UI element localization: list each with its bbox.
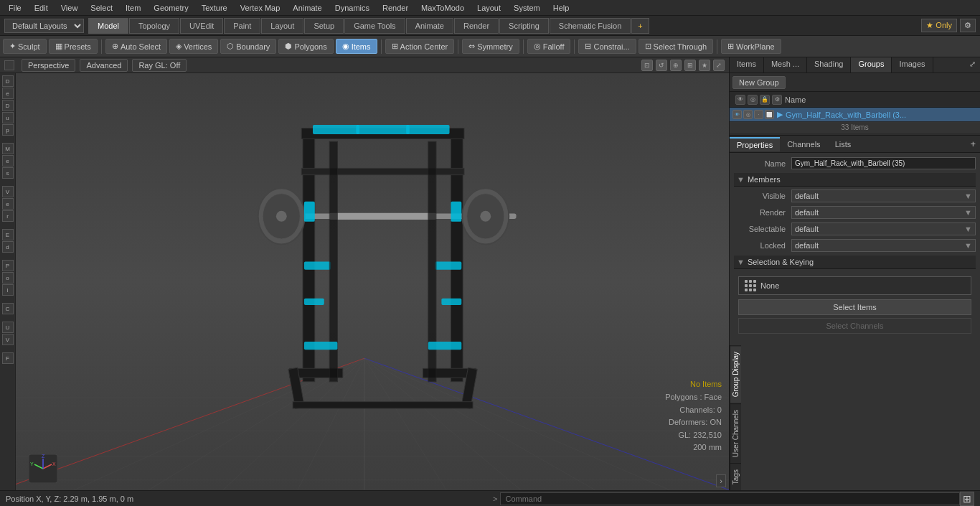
- items-btn[interactable]: ◉ Items: [336, 39, 377, 54]
- vp-tool-8[interactable]: s: [2, 167, 14, 179]
- vp-toggle[interactable]: [4, 60, 14, 70]
- group-dot-icon[interactable]: ·: [754, 110, 763, 119]
- settings-gear-btn[interactable]: ⚙: [960, 19, 976, 32]
- expand-arrow-btn[interactable]: ›: [716, 474, 726, 487]
- vp-tool-14[interactable]: P: [2, 260, 14, 271]
- perspective-btn[interactable]: Perspective: [22, 59, 75, 72]
- presets-btn[interactable]: ▦ Presets: [49, 39, 98, 54]
- vp-tool-13[interactable]: d: [2, 241, 14, 253]
- menu-texture[interactable]: Texture: [196, 2, 233, 14]
- command-input[interactable]: [500, 492, 960, 505]
- vp-tool-16[interactable]: l: [2, 284, 14, 296]
- menu-vertexmap[interactable]: Vertex Map: [235, 2, 286, 14]
- command-expand-btn[interactable]: ⊞: [960, 492, 974, 506]
- menu-system[interactable]: System: [508, 2, 546, 14]
- render-eye-icon[interactable]: ◎: [748, 95, 758, 105]
- eye-icon[interactable]: 👁: [735, 95, 745, 105]
- tab-add[interactable]: +: [631, 18, 649, 34]
- lock-icon[interactable]: 🔒: [760, 95, 770, 105]
- props-tab-properties[interactable]: Properties: [730, 137, 780, 151]
- viewport[interactable]: D e D u p M e s V e r E d P o l C U V: [0, 57, 729, 490]
- new-group-btn[interactable]: New Group: [732, 76, 786, 89]
- group-item[interactable]: 👁 ◎ · ⬜ ▶ Gym_Half_Rack_with_Barbell (3.…: [730, 108, 980, 122]
- props-tab-lists[interactable]: Lists: [828, 138, 859, 151]
- tab-gametools[interactable]: Game Tools: [344, 18, 405, 34]
- side-tab-user-channels[interactable]: User Channels: [730, 403, 741, 463]
- tab-model[interactable]: Model: [88, 18, 128, 34]
- menu-maxtomodo[interactable]: MaxToModo: [415, 2, 470, 14]
- menu-file[interactable]: File: [3, 2, 27, 14]
- menu-render[interactable]: Render: [377, 2, 414, 14]
- advanced-btn[interactable]: Advanced: [80, 59, 128, 72]
- autoselect-btn[interactable]: ⊕ Auto Select: [105, 39, 167, 54]
- menu-layout[interactable]: Layout: [471, 2, 507, 14]
- vp-tool-7[interactable]: e: [2, 155, 14, 167]
- menu-edit[interactable]: Edit: [29, 2, 54, 14]
- group-render-icon[interactable]: ◎: [743, 110, 753, 119]
- visible-select[interactable]: default ▼: [791, 189, 976, 202]
- action-center-btn[interactable]: ⊞ Action Center: [385, 39, 455, 54]
- vp-tool-2[interactable]: e: [2, 88, 14, 99]
- vp-tool-20[interactable]: F: [2, 352, 14, 364]
- tab-images[interactable]: Images: [892, 57, 933, 72]
- right-tabs-expand-btn[interactable]: ⤢: [965, 57, 980, 72]
- symmetry-btn[interactable]: ⇔ Symmetry: [462, 39, 519, 54]
- selectable-select[interactable]: default ▼: [791, 222, 976, 235]
- group-lock2-icon[interactable]: ⬜: [765, 110, 774, 119]
- select-through-btn[interactable]: ⊡ Select Through: [639, 39, 713, 54]
- layout-dropdown[interactable]: Default Layouts: [4, 19, 84, 33]
- tab-topology[interactable]: Topology: [129, 18, 179, 34]
- vp-tool-10[interactable]: e: [2, 198, 14, 210]
- tab-mesh[interactable]: Mesh ...: [764, 57, 807, 72]
- polygons-btn[interactable]: ⬢ Polygons: [278, 39, 333, 54]
- menu-select[interactable]: Select: [85, 2, 118, 14]
- tab-scripting[interactable]: Scripting: [499, 18, 549, 34]
- members-section[interactable]: ▼ Members: [734, 173, 976, 187]
- vp-tool-3[interactable]: D: [2, 100, 14, 111]
- props-tab-channels[interactable]: Channels: [780, 138, 827, 151]
- vp-tool-11[interactable]: r: [2, 210, 14, 222]
- tab-groups[interactable]: Groups: [851, 57, 892, 72]
- tab-schematicfusion[interactable]: Schematic Fusion: [550, 18, 631, 34]
- vp-tool-1[interactable]: D: [2, 75, 14, 87]
- tab-animate[interactable]: Animate: [406, 18, 453, 34]
- side-tab-tags[interactable]: Tags: [730, 463, 741, 490]
- tab-paint[interactable]: Paint: [224, 18, 260, 34]
- props-add-btn[interactable]: +: [966, 136, 980, 151]
- boundary-btn[interactable]: ⬡ Boundary: [220, 39, 276, 54]
- vp-tool-5[interactable]: p: [2, 124, 14, 136]
- vertices-btn[interactable]: ◈ Vertices: [169, 39, 218, 54]
- locked-select[interactable]: default ▼: [791, 239, 976, 252]
- menu-geometry[interactable]: Geometry: [148, 2, 194, 14]
- workplane-btn[interactable]: ⊞ WorkPlane: [721, 39, 781, 54]
- sculpt-btn[interactable]: ✦ Sculpt: [3, 39, 47, 54]
- side-tab-group-display[interactable]: Group Display: [730, 345, 741, 403]
- render-icon[interactable]: ★: [699, 60, 710, 71]
- tab-layout[interactable]: Layout: [261, 18, 303, 34]
- vp-tool-6[interactable]: M: [2, 143, 14, 154]
- menu-item[interactable]: Item: [120, 2, 146, 14]
- frame-icon[interactable]: ⊞: [684, 60, 696, 71]
- tab-items[interactable]: Items: [730, 57, 764, 72]
- expand-icon[interactable]: ⤢: [713, 60, 725, 71]
- falloff-btn[interactable]: ◎ Falloff: [527, 39, 571, 54]
- tab-uvedit[interactable]: UVEdit: [180, 18, 223, 34]
- camera-icon[interactable]: ⊡: [641, 60, 653, 71]
- settings-icon[interactable]: ⚙: [772, 95, 782, 105]
- vp-tool-9[interactable]: V: [2, 186, 14, 197]
- select-items-btn[interactable]: Select Items: [738, 299, 971, 315]
- zoom-icon[interactable]: ⊕: [670, 60, 682, 71]
- none-btn[interactable]: None: [738, 276, 971, 295]
- orbit-icon[interactable]: ↺: [656, 60, 667, 71]
- menu-dynamics[interactable]: Dynamics: [329, 2, 375, 14]
- vp-tool-18[interactable]: U: [2, 322, 14, 333]
- constraints-btn[interactable]: ⊟ Constrai...: [578, 39, 636, 54]
- command-arrow[interactable]: >: [493, 495, 497, 503]
- sel-keying-section[interactable]: ▼ Selection & Keying: [734, 256, 976, 269]
- star-only-btn[interactable]: ★ Only: [921, 19, 957, 32]
- tab-render[interactable]: Render: [454, 18, 499, 34]
- group-eye-icon[interactable]: 👁: [732, 110, 742, 119]
- menu-view[interactable]: View: [55, 2, 84, 14]
- vp-tool-12[interactable]: E: [2, 229, 14, 240]
- menu-animate[interactable]: Animate: [287, 2, 327, 14]
